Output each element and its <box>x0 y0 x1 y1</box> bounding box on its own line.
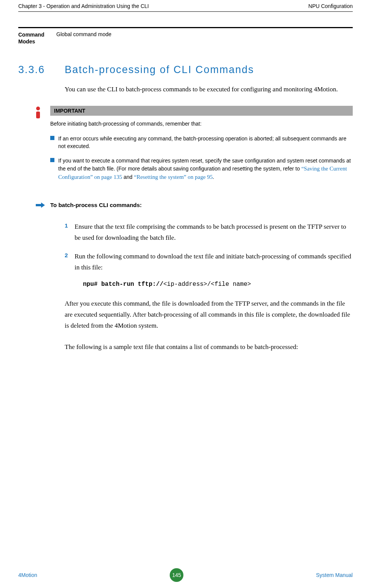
procedure-block: To batch-process CLI commands: <box>34 201 353 210</box>
header-chapter: Chapter 3 - Operation and Administration… <box>18 3 149 9</box>
bullet-icon <box>50 136 54 140</box>
list-item: If an error occurs while executing any c… <box>50 135 353 150</box>
footer-manual: System Manual <box>316 572 353 578</box>
bullet-text: If you want to execute a command that re… <box>58 157 353 181</box>
page-header: Chapter 3 - Operation and Administration… <box>18 0 353 12</box>
step-number: 2 <box>65 251 75 273</box>
body-paragraph: The following is a sample text file that… <box>65 342 353 353</box>
body-paragraph: After you execute this command, the file… <box>65 298 353 331</box>
important-bullet-list: If an error occurs while executing any c… <box>50 135 353 181</box>
step-number: 1 <box>65 221 75 244</box>
info-icon <box>34 106 50 188</box>
list-item: If you want to execute a command that re… <box>50 157 353 181</box>
step-text: Run the following command to download th… <box>75 251 353 273</box>
bullet-icon <box>50 158 54 162</box>
procedure-title: To batch-process CLI commands: <box>50 201 142 210</box>
arrow-icon <box>34 201 50 210</box>
command-modes-value: Global command mode <box>56 31 111 45</box>
important-block: IMPORTANT Before initiating batch-proces… <box>34 106 353 188</box>
command-modes-label: Command Modes <box>18 31 56 45</box>
command-modes-row: Command Modes Global command mode <box>18 27 353 49</box>
page-footer: 4Motion 145 System Manual <box>18 568 353 582</box>
section-title: Batch-processing of CLI Commands <box>65 64 254 76</box>
footer-product: 4Motion <box>18 572 37 578</box>
bullet-text: If an error occurs while executing any c… <box>58 135 353 150</box>
header-section: NPU Configuration <box>308 3 353 9</box>
important-label: IMPORTANT <box>50 106 353 116</box>
step-list: 1 Ensure that the text file comprising t… <box>65 221 353 273</box>
important-intro: Before initiating batch-processing of co… <box>50 120 353 128</box>
page-number-badge: 145 <box>170 568 183 582</box>
svg-marker-2 <box>36 202 45 208</box>
svg-rect-1 <box>36 112 40 118</box>
cross-reference-link[interactable]: “Resetting the system” on page 95 <box>134 174 213 180</box>
step-item: 2 Run the following command to download … <box>65 251 353 273</box>
section-number: 3.3.6 <box>18 64 65 76</box>
code-command: npu# batch-run tftp://<ip-address>/<file… <box>83 281 353 288</box>
svg-point-0 <box>36 107 40 110</box>
step-text: Ensure that the text file comprising the… <box>75 221 353 244</box>
section-heading: 3.3.6 Batch-processing of CLI Commands <box>18 64 353 76</box>
step-item: 1 Ensure that the text file comprising t… <box>65 221 353 244</box>
intro-paragraph: You can use the CLI to batch-process com… <box>65 84 353 95</box>
